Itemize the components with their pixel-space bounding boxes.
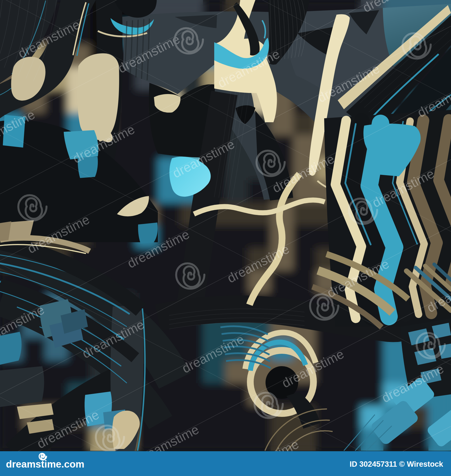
- svg-text:dreamstime.com: dreamstime.com: [6, 459, 84, 470]
- svg-text:ID 302457311 © Wirestock: ID 302457311 © Wirestock: [350, 460, 443, 468]
